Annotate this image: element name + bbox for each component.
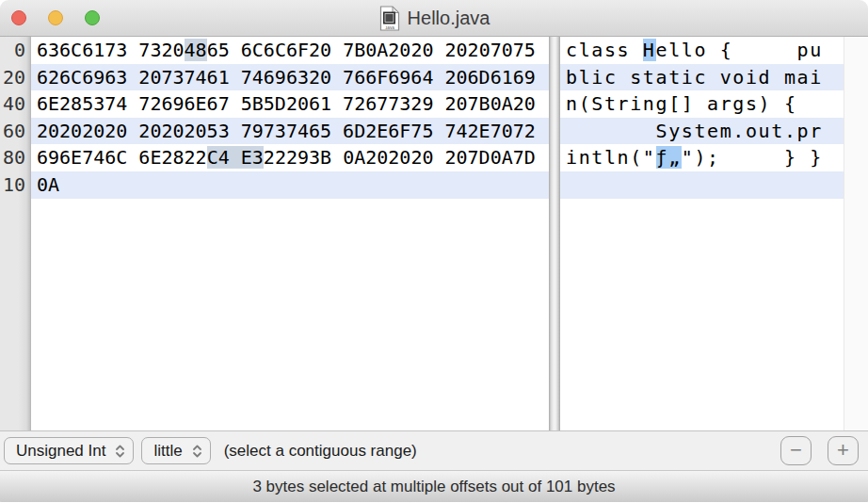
type-popup-label: Unsigned Int	[16, 442, 105, 461]
doc-icon-label: JAVA	[385, 24, 395, 29]
selected-bytes[interactable]: C4 E3	[207, 146, 264, 169]
text-row[interactable]: class Hello { pu	[560, 37, 844, 64]
text-row[interactable]: System.out.pr	[560, 118, 844, 145]
minus-icon: −	[790, 440, 802, 461]
window: JAVA Hello.java 02040608010 636C6173 732…	[0, 0, 868, 503]
updown-chevron-icon	[192, 444, 202, 459]
add-inspector-button[interactable]: +	[828, 436, 859, 465]
plus-icon: +	[837, 440, 849, 461]
zoom-button[interactable]	[85, 10, 100, 25]
line-offset: 80	[0, 144, 25, 171]
text-row[interactable]	[560, 171, 844, 199]
hex-row[interactable]: 20202020 20202053 79737465 6D2E6F75 742E…	[31, 118, 549, 145]
title-group: JAVA Hello.java	[378, 6, 490, 31]
close-button[interactable]	[11, 10, 26, 25]
line-offset: 40	[0, 90, 25, 118]
endian-popup-label: little	[153, 442, 182, 461]
updown-chevron-icon	[115, 444, 125, 459]
vertical-scrollbar[interactable]	[844, 37, 868, 430]
type-popup[interactable]: Unsigned Int	[4, 437, 134, 464]
text-row[interactable]: intln("ƒ„"); } }	[560, 144, 844, 171]
endian-popup[interactable]: little	[141, 437, 210, 464]
offset-gutter: 02040608010	[0, 37, 31, 430]
line-offset: 10	[0, 171, 25, 199]
window-title: Hello.java	[408, 8, 490, 29]
selected-bytes[interactable]: 48	[185, 39, 207, 61]
pane-divider	[549, 37, 560, 430]
hex-row[interactable]: 696E746C 6E2822C4 E322293B 0A202020 207D…	[31, 144, 549, 171]
status-text: 3 bytes selected at multiple offsets out…	[252, 478, 615, 496]
text-row[interactable]: n(String[] args) {	[560, 90, 844, 118]
minimize-button[interactable]	[48, 10, 63, 25]
remove-inspector-button[interactable]: −	[780, 436, 812, 465]
hex-row[interactable]: 636C6173 73204865 6C6C6F20 7B0A2020 2020…	[31, 37, 549, 64]
editor-content: 02040608010 636C6173 73204865 6C6C6F20 7…	[0, 37, 868, 430]
hex-pane[interactable]: 636C6173 73204865 6C6C6F20 7B0A2020 2020…	[31, 37, 549, 430]
selected-bytes[interactable]: H	[643, 39, 656, 61]
inspector-toolbar: Unsigned Int little (select a contiguous…	[0, 430, 868, 470]
line-offset: 20	[0, 64, 25, 91]
line-offset: 0	[0, 37, 25, 64]
selected-bytes[interactable]: ƒ„	[656, 146, 682, 169]
java-document-icon: JAVA	[378, 6, 401, 31]
hex-row[interactable]: 626C6963 20737461 74696320 766F6964 206D…	[31, 64, 549, 91]
statusbar: 3 bytes selected at multiple offsets out…	[0, 470, 868, 502]
text-row[interactable]: blic static void mai	[560, 64, 844, 91]
hex-row[interactable]: 6E285374 72696E67 5B5D2061 72677329 207B…	[31, 90, 549, 118]
text-pane[interactable]: class Hello { public static void main(St…	[560, 37, 844, 430]
inspector-hint: (select a contiguous range)	[224, 442, 417, 461]
hex-row[interactable]: 0A	[31, 171, 549, 199]
traffic-lights	[11, 0, 100, 36]
titlebar[interactable]: JAVA Hello.java	[0, 0, 868, 37]
line-offset: 60	[0, 118, 25, 145]
